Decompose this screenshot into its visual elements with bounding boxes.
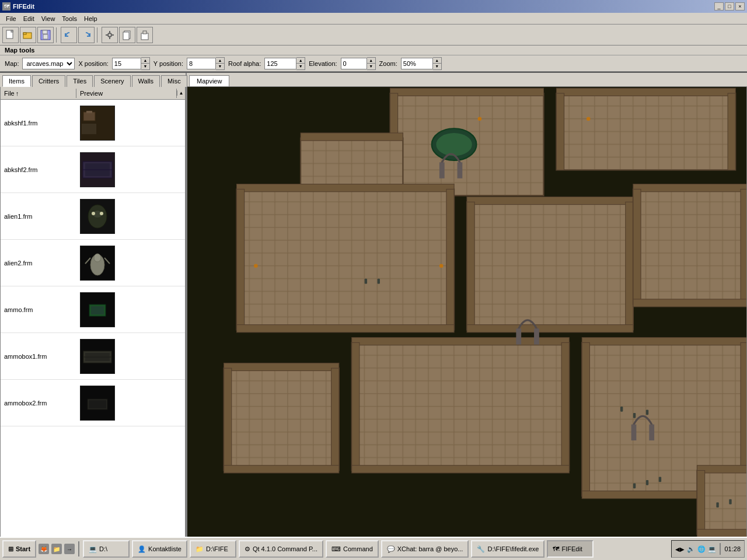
tray-icon-3: 💻: [708, 545, 716, 553]
main-area: Items Critters Tiles Scenery Walls Misc …: [0, 73, 747, 548]
scroll-arrow-up[interactable]: ▲: [177, 90, 185, 96]
taskbar-quick-launch: 🦊 📁 →: [39, 544, 75, 554]
taskbar-item-xchat[interactable]: 💬 XChat: barra @ beyo...: [381, 540, 469, 558]
zoom-spin-buttons: ▲ ▼: [433, 57, 442, 70]
tray-icon-2: 🌐: [697, 545, 706, 553]
maximize-button[interactable]: □: [725, 2, 734, 10]
open-button[interactable]: [20, 27, 36, 43]
taskbar-icon-xchat: 💬: [387, 545, 395, 553]
menu-view[interactable]: View: [38, 14, 59, 23]
elevation-up-button[interactable]: ▲: [367, 58, 375, 64]
y-spinbox: ▲ ▼: [187, 57, 225, 70]
svg-rect-13: [123, 32, 129, 40]
taskbar-item-d[interactable]: 💻 D:\: [83, 540, 130, 558]
taskbar-item-qt[interactable]: ⚙ Qt 4.1.0 Command P...: [239, 540, 323, 558]
taskbar-icon-d: 💻: [89, 545, 97, 553]
svg-point-7: [108, 33, 111, 37]
quick-dir-icon[interactable]: 📁: [51, 544, 62, 554]
menubar: File Edit View Tools Help: [0, 13, 747, 24]
zoom-up-button[interactable]: ▲: [433, 58, 441, 64]
maptoolsbar-container: Map tools Map: arcaves.map X position: ▲…: [0, 46, 747, 73]
app-title: FIFEdit: [13, 3, 34, 10]
list-item[interactable]: abkshf1.frm: [1, 100, 185, 146]
taskbar-icon-command: ⌨: [331, 545, 341, 553]
elevation-down-button[interactable]: ▼: [367, 64, 375, 69]
list-item[interactable]: ammobox1.frm: [1, 333, 185, 380]
toolbar-sep-1: [56, 27, 58, 43]
x-label: X position:: [78, 60, 108, 67]
minimize-button[interactable]: _: [714, 2, 724, 10]
taskbar-sep: [78, 541, 79, 556]
list-item[interactable]: alien2.frm: [1, 240, 185, 286]
x-spinbox: ▲ ▼: [112, 57, 150, 70]
tab-scenery[interactable]: Scenery: [94, 75, 130, 87]
x-input[interactable]: [112, 58, 141, 69]
taskbar-icon-fifedit: 🗺: [553, 545, 559, 552]
y-up-button[interactable]: ▲: [216, 58, 224, 64]
menu-file[interactable]: File: [2, 14, 20, 23]
map-canvas[interactable]: 856x1464: [187, 86, 747, 548]
start-button[interactable]: ⊞ Start: [2, 540, 36, 558]
mapview-tab[interactable]: Mapview: [189, 75, 229, 86]
menu-edit[interactable]: Edit: [20, 14, 38, 23]
settings-button[interactable]: [102, 27, 118, 43]
zoom-down-button[interactable]: ▼: [433, 64, 441, 69]
tab-walls[interactable]: Walls: [132, 75, 160, 87]
zoom-input[interactable]: [401, 58, 433, 69]
taskbar-item-fifedit[interactable]: 🗺 FIFEdit: [547, 540, 594, 558]
svg-rect-1: [11, 30, 13, 32]
list-item[interactable]: alien1.frm: [1, 193, 185, 240]
taskbar-item-fifedit-exe[interactable]: 🔧 D:\FIFE\fifedit.exe: [471, 540, 544, 558]
menu-help[interactable]: Help: [81, 14, 101, 23]
roof-input[interactable]: [264, 58, 296, 69]
svg-rect-19: [82, 124, 96, 134]
undo-button[interactable]: [61, 27, 77, 43]
svg-rect-6: [43, 34, 48, 39]
list-item[interactable]: ammobox2.frm: [1, 380, 185, 426]
map-select[interactable]: arcaves.map: [22, 58, 75, 69]
taskbar-item-fife[interactable]: 📁 D:\FIFE: [190, 540, 236, 558]
roof-down-button[interactable]: ▼: [296, 64, 305, 69]
tab-items[interactable]: Items: [2, 75, 31, 87]
quick-browser-icon[interactable]: 🦊: [39, 544, 49, 554]
close-button[interactable]: ×: [735, 2, 745, 10]
taskbar-arrows[interactable]: ◀▶: [675, 546, 685, 552]
start-icon: ⊞: [8, 545, 13, 553]
tab-tiles[interactable]: Tiles: [67, 75, 93, 87]
filelist-header: File ↑ Preview ▲: [0, 87, 186, 100]
tab-critters[interactable]: Critters: [32, 75, 65, 87]
new-button[interactable]: [2, 27, 19, 43]
map-label: Map:: [5, 60, 19, 67]
quick-arrow-icon[interactable]: →: [64, 544, 75, 554]
y-input[interactable]: [187, 58, 216, 69]
list-item[interactable]: ammo.frm: [1, 286, 185, 333]
zoom-spinbox: ▲ ▼: [401, 57, 442, 70]
left-panel: Items Critters Tiles Scenery Walls Misc …: [0, 73, 187, 548]
file-preview: [80, 246, 115, 281]
file-name: alien2.frm: [4, 260, 80, 267]
file-name: abkshf1.frm: [4, 120, 80, 127]
y-spin-buttons: ▲ ▼: [216, 57, 225, 70]
tab-misc[interactable]: Misc: [161, 75, 187, 87]
roof-label: Roof alpha:: [228, 60, 261, 67]
y-down-button[interactable]: ▼: [216, 64, 224, 69]
elevation-input[interactable]: [341, 58, 367, 69]
col-file[interactable]: File ↑: [1, 89, 76, 98]
y-label: Y position:: [153, 60, 183, 67]
redo-button[interactable]: [78, 27, 95, 43]
save-button[interactable]: [37, 27, 54, 43]
tray-icon-1: 🔊: [687, 545, 695, 553]
paste-button[interactable]: [137, 27, 153, 43]
menu-tools[interactable]: Tools: [58, 14, 81, 23]
x-up-button[interactable]: ▲: [141, 58, 149, 64]
file-preview: [80, 386, 115, 421]
x-down-button[interactable]: ▼: [141, 64, 149, 69]
file-name: abkshf2.frm: [4, 166, 80, 173]
roof-up-button[interactable]: ▲: [296, 58, 305, 64]
taskbar-item-command[interactable]: ⌨ Command: [326, 540, 379, 558]
filelist[interactable]: abkshf1.frm abkshf2.frm: [0, 100, 186, 548]
list-item[interactable]: abkshf2.frm: [1, 146, 185, 193]
taskbar-item-kontakt[interactable]: 👤 Kontaktliste: [132, 540, 187, 558]
copy-button[interactable]: [119, 27, 135, 43]
maptoolsbar: Map: arcaves.map X position: ▲ ▼ Y posit…: [0, 55, 747, 72]
